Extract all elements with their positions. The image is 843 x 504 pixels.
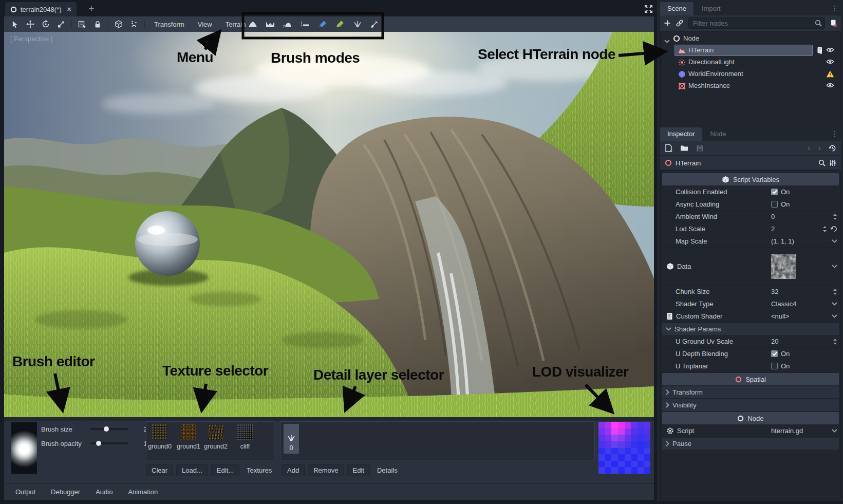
texture-slot-ground2[interactable]: ground2 <box>202 422 230 450</box>
tree-item-hterrain[interactable]: HTerrain <box>661 45 840 57</box>
eye-icon[interactable] <box>826 59 834 65</box>
brush-mode-smooth-button[interactable] <box>280 17 295 31</box>
new-scene-tab-button[interactable]: + <box>85 2 98 15</box>
inspector-panel-tab-inspector[interactable]: Inspector <box>660 127 702 141</box>
section-transform[interactable]: Transform <box>662 386 839 398</box>
menu-view[interactable]: View <box>191 17 219 31</box>
section-shader-params[interactable]: Shader Params <box>662 323 839 335</box>
history-forward-icon[interactable]: › <box>818 143 821 153</box>
tree-item-directionallight[interactable]: DirectionalLight <box>661 57 840 68</box>
rotate-tool-button[interactable] <box>38 17 53 31</box>
script-icon[interactable] <box>816 47 823 54</box>
save-resource-icon[interactable] <box>696 144 704 152</box>
property-collision-enabled[interactable]: Collision EnabledOn <box>662 186 839 198</box>
skeleton-tool-button[interactable] <box>126 17 142 31</box>
property-map-scale[interactable]: Map Scale(1, 1, 1) <box>662 235 839 248</box>
search-icon[interactable] <box>818 159 826 166</box>
close-tab-icon[interactable]: × <box>67 5 71 13</box>
property-async-loading[interactable]: Async LoadingOn <box>662 198 839 211</box>
brush-mode-splat-button[interactable] <box>315 17 330 31</box>
property-chunk-size[interactable]: Chunk Size32 <box>662 286 839 298</box>
checkbox-unchecked[interactable] <box>771 363 778 369</box>
property-custom-shader[interactable]: Custom Shader<null> <box>662 310 839 323</box>
category-spatial[interactable]: Spatial <box>662 373 839 385</box>
expand-icon[interactable] <box>643 4 653 14</box>
scene-panel-tab-import[interactable]: Import <box>695 2 728 15</box>
revert-icon[interactable] <box>830 226 837 232</box>
brush-opacity-slider[interactable] <box>90 442 128 444</box>
spinner-icon[interactable] <box>822 226 827 233</box>
property-lod-scale[interactable]: Lod Scale2 <box>662 223 839 235</box>
category-node[interactable]: Node <box>662 412 839 424</box>
checkbox-checked[interactable] <box>771 189 778 195</box>
bottom-bar-output[interactable]: Output <box>9 487 42 497</box>
property-script[interactable]: Scripthterrain.gd <box>662 425 839 437</box>
brush-mode-lower-button[interactable] <box>263 17 278 31</box>
detail-layer-item-0[interactable]: 0 <box>284 424 299 454</box>
chevron-down-icon[interactable] <box>666 327 671 331</box>
property-ambient-wind[interactable]: Ambient Wind0 <box>662 211 839 223</box>
chevron-right-icon[interactable] <box>666 441 669 446</box>
brush-mode-erode-button[interactable] <box>367 17 383 31</box>
slider-handle[interactable] <box>96 441 101 446</box>
property-u-triplanar[interactable]: U TriplanarOn <box>662 360 839 372</box>
chevron-down-icon[interactable] <box>832 265 837 268</box>
brush-mode-raise-button[interactable] <box>245 17 260 31</box>
select-tool-button[interactable] <box>7 17 23 31</box>
lod-visualizer[interactable] <box>598 422 650 474</box>
brush-shape-preview[interactable] <box>11 422 37 474</box>
load-button[interactable]: Load... <box>176 464 208 476</box>
load-resource-icon[interactable] <box>680 144 688 152</box>
property-shader-type[interactable]: Shader TypeClassic4 <box>662 298 839 310</box>
instance-scene-button[interactable] <box>676 19 684 27</box>
tree-item-node[interactable]: Node <box>661 33 840 45</box>
scale-tool-button[interactable] <box>53 17 69 31</box>
chevron-down-icon[interactable] <box>832 314 837 318</box>
section-visibility[interactable]: Visibility <box>662 399 839 411</box>
property-u-depth-blending[interactable]: U Depth BlendingOn <box>662 348 839 360</box>
texture-slot-ground1[interactable]: ground1 <box>175 422 202 450</box>
section-pause[interactable]: Pause <box>662 438 839 450</box>
eye-icon[interactable] <box>826 82 834 88</box>
property-value[interactable]: <null> <box>771 312 789 320</box>
bottom-bar-audio[interactable]: Audio <box>89 487 119 497</box>
menu-dots-icon[interactable]: ⋮ <box>831 129 839 138</box>
scene-tab-terrain2048[interactable]: terrain2048(*) × <box>5 2 77 16</box>
texture-slot-cliff[interactable]: cliff <box>231 422 259 450</box>
object-history-icon[interactable] <box>829 144 836 152</box>
property-value[interactable]: Classic4 <box>771 300 796 308</box>
texture-thumbnail-cliff[interactable] <box>237 424 253 440</box>
detach-script-icon[interactable] <box>830 20 837 27</box>
chevron-down-icon[interactable] <box>832 429 837 433</box>
texture-thumbnail-ground0[interactable] <box>152 424 167 440</box>
chevron-right-icon[interactable] <box>666 402 669 408</box>
chevron-down-icon[interactable] <box>664 40 670 43</box>
property-u-ground-uv-scale[interactable]: U Ground Uv Scale20 <box>662 335 839 348</box>
lock-tool-button[interactable] <box>90 17 105 31</box>
detail-add-button[interactable]: Add <box>282 464 305 476</box>
checkbox-unchecked[interactable] <box>771 201 778 208</box>
menu-transform[interactable]: Transform <box>147 17 191 31</box>
chevron-down-icon[interactable] <box>832 239 837 243</box>
chevron-down-icon[interactable] <box>832 302 837 306</box>
detail-details-button[interactable]: Details <box>373 465 402 476</box>
scene-panel-tab-scene[interactable]: Scene <box>660 2 694 15</box>
property-value[interactable]: hterrain.gd <box>771 427 803 435</box>
group-tool-button[interactable] <box>111 17 126 31</box>
spinner-icon[interactable] <box>833 213 837 220</box>
brush-size-slider[interactable] <box>90 428 128 430</box>
texture-thumbnail-ground2[interactable] <box>208 424 223 440</box>
viewport-3d-scene[interactable]: [ Perspective ] <box>4 32 654 417</box>
chevron-right-icon[interactable] <box>666 389 669 395</box>
object-tools-icon[interactable] <box>829 159 836 166</box>
brush-mode-color-button[interactable] <box>332 17 348 31</box>
detail-remove-button[interactable]: Remove <box>308 464 344 476</box>
slider-handle[interactable] <box>104 426 109 432</box>
property-value[interactable]: (1, 1, 1) <box>771 237 794 245</box>
texture-thumbnail-ground1[interactable] <box>181 424 196 440</box>
inspector-panel-tab-node[interactable]: Node <box>703 127 733 141</box>
spinner-icon[interactable] <box>833 338 837 345</box>
brush-mode-detail-button[interactable] <box>350 17 365 31</box>
spinner-icon[interactable] <box>833 288 837 295</box>
tree-item-meshinstance[interactable]: MeshInstance <box>661 80 840 92</box>
